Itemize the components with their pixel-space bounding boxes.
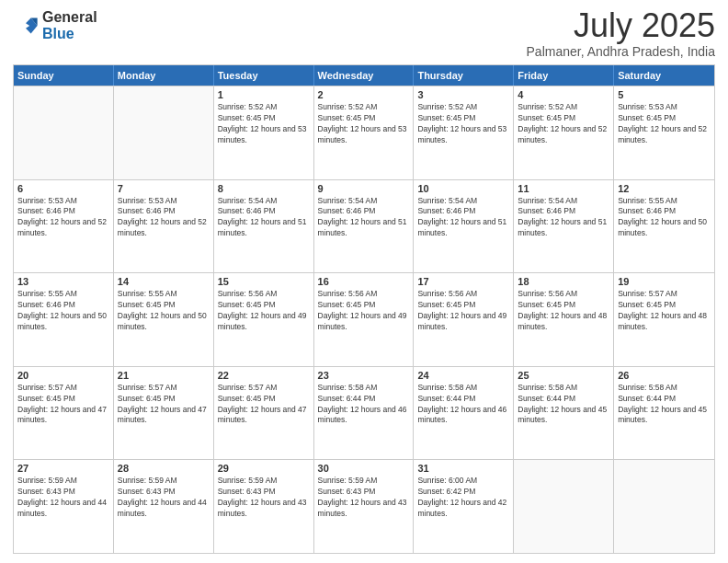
day-info: Sunrise: 5:57 AM Sunset: 6:45 PM Dayligh… [17, 383, 109, 427]
day-info: Sunrise: 5:58 AM Sunset: 6:44 PM Dayligh… [318, 383, 410, 427]
calendar-cell: 9Sunrise: 5:54 AM Sunset: 6:46 PM Daylig… [314, 180, 415, 273]
calendar-cell: 26Sunrise: 5:58 AM Sunset: 6:44 PM Dayli… [614, 367, 714, 460]
day-info: Sunrise: 5:54 AM Sunset: 6:46 PM Dayligh… [218, 196, 310, 240]
calendar-cell: 10Sunrise: 5:54 AM Sunset: 6:46 PM Dayli… [414, 180, 514, 273]
day-number: 11 [518, 183, 609, 194]
calendar-cell: 21Sunrise: 5:57 AM Sunset: 6:45 PM Dayli… [114, 367, 214, 460]
calendar-cell: 8Sunrise: 5:54 AM Sunset: 6:46 PM Daylig… [214, 180, 314, 273]
day-number: 15 [218, 276, 310, 287]
day-number: 20 [17, 370, 109, 381]
day-number: 31 [417, 463, 509, 474]
day-header-wednesday: Wednesday [314, 65, 415, 86]
day-info: Sunrise: 5:59 AM Sunset: 6:43 PM Dayligh… [118, 476, 210, 520]
day-number: 12 [618, 183, 711, 194]
day-number: 30 [318, 463, 410, 474]
logo-blue-text: Blue [42, 26, 97, 42]
day-number: 22 [218, 370, 310, 381]
calendar-cell: 2Sunrise: 5:52 AM Sunset: 6:45 PM Daylig… [314, 86, 415, 179]
day-header-monday: Monday [114, 65, 214, 86]
day-header-sunday: Sunday [14, 65, 114, 86]
calendar-cell: 30Sunrise: 5:59 AM Sunset: 6:43 PM Dayli… [314, 460, 415, 553]
day-number: 29 [218, 463, 310, 474]
day-header-saturday: Saturday [614, 65, 714, 86]
day-info: Sunrise: 5:53 AM Sunset: 6:46 PM Dayligh… [118, 196, 210, 240]
day-number: 18 [518, 276, 609, 287]
calendar-cell: 15Sunrise: 5:56 AM Sunset: 6:45 PM Dayli… [214, 273, 314, 366]
day-info: Sunrise: 5:52 AM Sunset: 6:45 PM Dayligh… [318, 102, 410, 146]
calendar-cell: 16Sunrise: 5:56 AM Sunset: 6:45 PM Dayli… [314, 273, 415, 366]
calendar-cell: 14Sunrise: 5:55 AM Sunset: 6:45 PM Dayli… [114, 273, 214, 366]
day-header-thursday: Thursday [414, 65, 514, 86]
calendar-cell: 27Sunrise: 5:59 AM Sunset: 6:43 PM Dayli… [14, 460, 114, 553]
day-info: Sunrise: 5:56 AM Sunset: 6:45 PM Dayligh… [218, 289, 310, 333]
day-info: Sunrise: 5:59 AM Sunset: 6:43 PM Dayligh… [218, 476, 310, 520]
day-info: Sunrise: 5:57 AM Sunset: 6:45 PM Dayligh… [118, 383, 210, 427]
day-info: Sunrise: 5:54 AM Sunset: 6:46 PM Dayligh… [417, 196, 509, 240]
day-info: Sunrise: 5:55 AM Sunset: 6:46 PM Dayligh… [618, 196, 711, 240]
day-header-tuesday: Tuesday [214, 65, 314, 86]
calendar-cell [614, 460, 714, 553]
calendar-cell: 4Sunrise: 5:52 AM Sunset: 6:45 PM Daylig… [514, 86, 614, 179]
calendar-cell [14, 86, 114, 179]
month-title: July 2025 [527, 9, 715, 42]
calendar-cell: 29Sunrise: 5:59 AM Sunset: 6:43 PM Dayli… [214, 460, 314, 553]
calendar-cell: 23Sunrise: 5:58 AM Sunset: 6:44 PM Dayli… [314, 367, 415, 460]
day-info: Sunrise: 5:55 AM Sunset: 6:45 PM Dayligh… [118, 289, 210, 333]
calendar: SundayMondayTuesdayWednesdayThursdayFrid… [13, 64, 715, 554]
day-number: 17 [417, 276, 509, 287]
day-info: Sunrise: 6:00 AM Sunset: 6:42 PM Dayligh… [417, 476, 509, 520]
day-number: 14 [118, 276, 210, 287]
calendar-cell: 3Sunrise: 5:52 AM Sunset: 6:45 PM Daylig… [414, 86, 514, 179]
calendar-row-3: 20Sunrise: 5:57 AM Sunset: 6:45 PM Dayli… [14, 366, 714, 460]
logo-general-text: General [42, 9, 97, 26]
header: General Blue July 2025 Palmaner, Andhra … [13, 9, 715, 59]
calendar-cell [514, 460, 614, 553]
day-info: Sunrise: 5:52 AM Sunset: 6:45 PM Dayligh… [218, 102, 310, 146]
day-number: 3 [417, 89, 509, 100]
day-info: Sunrise: 5:54 AM Sunset: 6:46 PM Dayligh… [318, 196, 410, 240]
day-number: 8 [218, 183, 310, 194]
title-block: July 2025 Palmaner, Andhra Pradesh, Indi… [527, 9, 715, 59]
calendar-cell: 17Sunrise: 5:56 AM Sunset: 6:45 PM Dayli… [414, 273, 514, 366]
day-info: Sunrise: 5:52 AM Sunset: 6:45 PM Dayligh… [417, 102, 509, 146]
calendar-cell: 20Sunrise: 5:57 AM Sunset: 6:45 PM Dayli… [14, 367, 114, 460]
day-number: 10 [417, 183, 509, 194]
logo-text: General Blue [42, 9, 97, 41]
calendar-cell [114, 86, 214, 179]
calendar-cell: 13Sunrise: 5:55 AM Sunset: 6:46 PM Dayli… [14, 273, 114, 366]
calendar-cell: 19Sunrise: 5:57 AM Sunset: 6:45 PM Dayli… [614, 273, 714, 366]
calendar-cell: 1Sunrise: 5:52 AM Sunset: 6:45 PM Daylig… [214, 86, 314, 179]
calendar-body: 1Sunrise: 5:52 AM Sunset: 6:45 PM Daylig… [14, 86, 714, 553]
day-number: 23 [318, 370, 410, 381]
day-number: 26 [618, 370, 711, 381]
day-number: 19 [618, 276, 711, 287]
day-info: Sunrise: 5:56 AM Sunset: 6:45 PM Dayligh… [318, 289, 410, 333]
calendar-cell: 7Sunrise: 5:53 AM Sunset: 6:46 PM Daylig… [114, 180, 214, 273]
day-info: Sunrise: 5:58 AM Sunset: 6:44 PM Dayligh… [618, 383, 711, 427]
day-info: Sunrise: 5:53 AM Sunset: 6:45 PM Dayligh… [618, 102, 711, 146]
logo-icon [13, 13, 39, 39]
day-number: 27 [17, 463, 109, 474]
day-number: 7 [118, 183, 210, 194]
day-number: 16 [318, 276, 410, 287]
day-info: Sunrise: 5:55 AM Sunset: 6:46 PM Dayligh… [17, 289, 109, 333]
day-number: 9 [318, 183, 410, 194]
day-info: Sunrise: 5:57 AM Sunset: 6:45 PM Dayligh… [218, 383, 310, 427]
day-number: 5 [618, 89, 711, 100]
calendar-cell: 12Sunrise: 5:55 AM Sunset: 6:46 PM Dayli… [614, 180, 714, 273]
calendar-cell: 28Sunrise: 5:59 AM Sunset: 6:43 PM Dayli… [114, 460, 214, 553]
calendar-row-0: 1Sunrise: 5:52 AM Sunset: 6:45 PM Daylig… [14, 86, 714, 179]
day-info: Sunrise: 5:53 AM Sunset: 6:46 PM Dayligh… [17, 196, 109, 240]
calendar-cell: 5Sunrise: 5:53 AM Sunset: 6:45 PM Daylig… [614, 86, 714, 179]
day-number: 2 [318, 89, 410, 100]
day-number: 1 [218, 89, 310, 100]
calendar-cell: 24Sunrise: 5:58 AM Sunset: 6:44 PM Dayli… [414, 367, 514, 460]
calendar-row-1: 6Sunrise: 5:53 AM Sunset: 6:46 PM Daylig… [14, 179, 714, 273]
day-header-friday: Friday [514, 65, 614, 86]
logo: General Blue [13, 9, 97, 41]
day-number: 28 [118, 463, 210, 474]
day-info: Sunrise: 5:59 AM Sunset: 6:43 PM Dayligh… [318, 476, 410, 520]
calendar-cell: 25Sunrise: 5:58 AM Sunset: 6:44 PM Dayli… [514, 367, 614, 460]
day-info: Sunrise: 5:56 AM Sunset: 6:45 PM Dayligh… [417, 289, 509, 333]
calendar-cell: 22Sunrise: 5:57 AM Sunset: 6:45 PM Dayli… [214, 367, 314, 460]
